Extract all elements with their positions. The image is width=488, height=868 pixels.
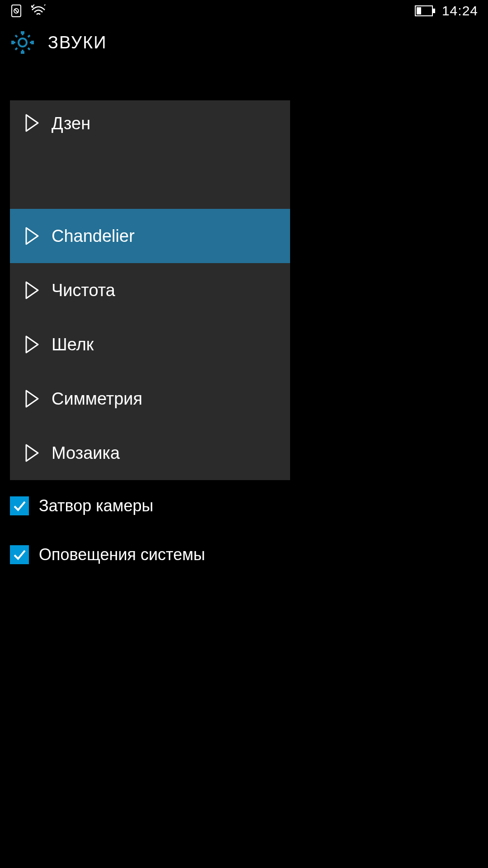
- ringtone-label: Чистота: [52, 281, 115, 300]
- ringtone-label: Шелк: [52, 335, 94, 354]
- check-label: Затвор камеры: [39, 496, 153, 515]
- play-icon[interactable]: [24, 281, 40, 299]
- ringtone-option[interactable]: Чистота: [10, 263, 290, 317]
- ringtone-label: Дзен: [52, 114, 90, 133]
- svg-point-6: [19, 38, 27, 47]
- play-icon[interactable]: [24, 444, 40, 462]
- play-icon[interactable]: [24, 114, 40, 132]
- wifi-icon: [31, 5, 46, 17]
- ringtone-label: Мозаика: [52, 443, 120, 463]
- clock: 14:24: [442, 3, 478, 19]
- status-bar: 14:24: [0, 0, 488, 22]
- ringtone-dropdown[interactable]: ДзенChandelierЧистотаШелкСимметрияМозаик…: [10, 100, 290, 480]
- ringtone-option[interactable]: Симметрия: [10, 372, 290, 426]
- checkbox-icon: [10, 496, 29, 515]
- play-icon[interactable]: [24, 390, 40, 408]
- ringtone-option[interactable]: Шелк: [10, 317, 290, 372]
- status-left: [10, 4, 46, 18]
- ringtone-option[interactable]: Дзен: [10, 100, 290, 209]
- battery-icon: [415, 5, 436, 16]
- ringtone-option[interactable]: Мозаика: [10, 426, 290, 480]
- page-header: ЗВУКИ: [0, 22, 488, 61]
- gear-icon: [10, 30, 35, 55]
- svg-rect-4: [433, 9, 435, 13]
- rotation-lock-icon: [10, 4, 23, 18]
- play-icon[interactable]: [24, 335, 40, 354]
- play-icon[interactable]: [24, 227, 40, 245]
- checkbox-icon: [10, 545, 29, 564]
- check-shutter[interactable]: Затвор камеры: [10, 496, 478, 515]
- ringtone-label: Chandelier: [52, 226, 135, 246]
- ringtone-option[interactable]: Chandelier: [10, 209, 290, 263]
- status-right: 14:24: [415, 3, 478, 19]
- check-system[interactable]: Оповещения системы: [10, 545, 478, 564]
- ringtone-label: Симметрия: [52, 389, 142, 409]
- svg-rect-5: [417, 7, 421, 14]
- svg-line-2: [14, 9, 18, 13]
- page-title: ЗВУКИ: [48, 33, 107, 52]
- check-label: Оповещения системы: [39, 545, 205, 564]
